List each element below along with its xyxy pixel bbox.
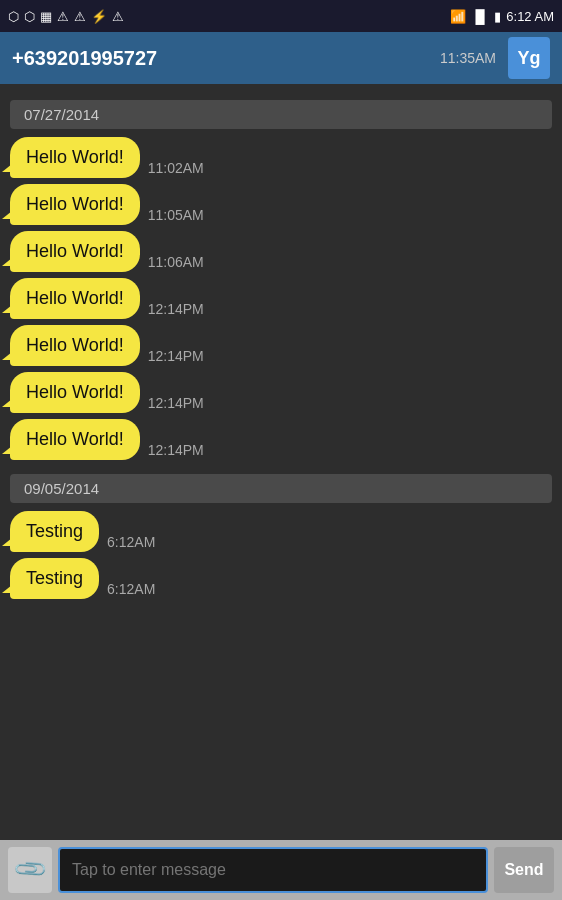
message-time: 11:02AM [148,160,204,176]
avatar: Yg [508,37,550,79]
status-time: 6:12 AM [506,9,554,24]
status-bar-left: ⬡ ⬡ ▦ ⚠ ⚠ ⚡ ⚠ [8,9,124,24]
image-icon: ▦ [40,9,52,24]
message-time: 6:12AM [107,534,155,550]
message-bubble: Hello World! [10,137,140,178]
message-time: 12:14PM [148,395,204,411]
message-row: Hello World!11:05AM [10,184,552,225]
message-bubble: Hello World! [10,372,140,413]
send-button[interactable]: Send [494,847,554,893]
header-timestamp: 11:35AM [440,50,500,66]
flash-icon: ⚡ [91,9,107,24]
message-bubble: Testing [10,511,99,552]
usb-icon: ⬡ [8,9,19,24]
header-title: +639201995727 [12,47,157,70]
wifi-icon: 📶 [450,9,466,24]
header: +639201995727 11:35AM Yg [0,32,562,84]
warning1-icon: ⚠ [57,9,69,24]
date-separator: 09/05/2014 [10,474,552,503]
message-input[interactable] [58,847,488,893]
attach-button[interactable]: 📎 [8,847,52,893]
status-bar: ⬡ ⬡ ▦ ⚠ ⚠ ⚡ ⚠ 📶 ▐▌ ▮ 6:12 AM [0,0,562,32]
message-bubble: Hello World! [10,184,140,225]
message-area: 07/27/2014Hello World!11:02AMHello World… [0,84,562,840]
message-bubble: Hello World! [10,231,140,272]
signal-icon: ▐▌ [471,9,489,24]
message-row: Hello World!12:14PM [10,419,552,460]
message-row: Hello World!12:14PM [10,325,552,366]
message-time: 11:06AM [148,254,204,270]
message-time: 12:14PM [148,348,204,364]
warning3-icon: ⚠ [112,9,124,24]
attach-icon: 📎 [11,851,48,888]
usb2-icon: ⬡ [24,9,35,24]
message-row: Hello World!12:14PM [10,278,552,319]
battery-icon: ▮ [494,9,501,24]
status-bar-right: 📶 ▐▌ ▮ 6:12 AM [450,9,554,24]
message-row: Testing6:12AM [10,558,552,599]
message-row: Hello World!11:06AM [10,231,552,272]
message-row: Testing6:12AM [10,511,552,552]
message-time: 6:12AM [107,581,155,597]
date-separator: 07/27/2014 [10,100,552,129]
warning2-icon: ⚠ [74,9,86,24]
message-bubble: Hello World! [10,278,140,319]
message-row: Hello World!12:14PM [10,372,552,413]
message-time: 12:14PM [148,301,204,317]
message-bubble: Testing [10,558,99,599]
message-bubble: Hello World! [10,325,140,366]
message-row: Hello World!11:02AM [10,137,552,178]
message-bubble: Hello World! [10,419,140,460]
message-time: 11:05AM [148,207,204,223]
input-area: 📎 Send [0,840,562,900]
message-time: 12:14PM [148,442,204,458]
